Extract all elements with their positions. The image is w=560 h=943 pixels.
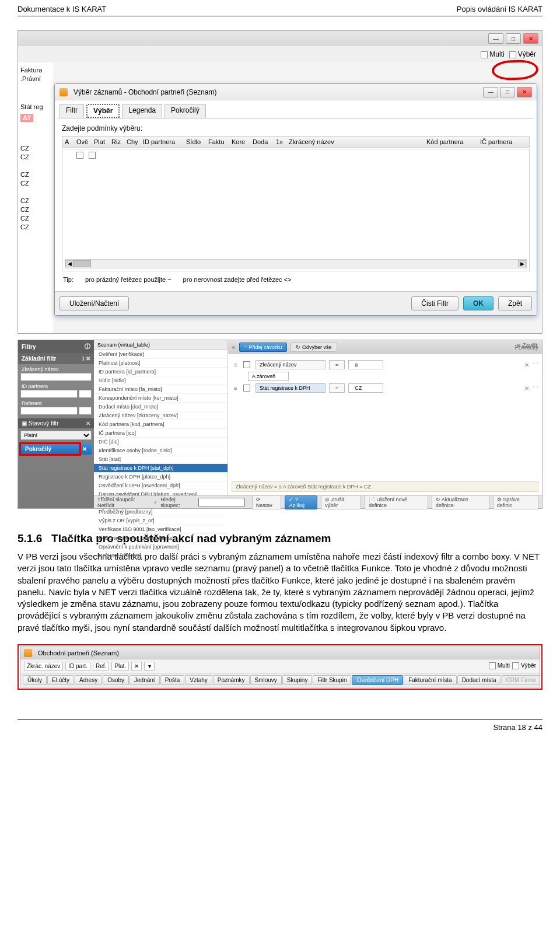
load-save-button[interactable]: Uložení/Načtení <box>60 296 129 310</box>
s3-tab[interactable]: CRM Firma <box>502 675 540 685</box>
state-select[interactable]: Platní <box>20 431 92 440</box>
column-list-item[interactable]: Identifikace osoby [rodne_cislo] <box>94 446 228 455</box>
clear-filter-button[interactable]: Čisti Filtr <box>411 296 459 310</box>
op-select[interactable]: = <box>329 383 345 393</box>
dlg-min-icon[interactable]: — <box>483 87 498 97</box>
multi-checkbox[interactable]: Multi <box>481 50 504 58</box>
column-list-item[interactable]: Referent [referent] <box>94 551 228 560</box>
state-filter-header[interactable]: ▣ Stavový filtr✕ <box>18 418 94 428</box>
column-list-item[interactable]: Výpis z OR [vypis_z_or] <box>94 516 228 525</box>
scroll-left-icon[interactable]: ◀ <box>65 260 74 267</box>
column-list-item[interactable]: Verifikace ISO 9001 [iso_verifikace] <box>94 525 228 534</box>
col[interactable]: Doda <box>253 138 275 145</box>
foot-btn[interactable]: ⟳ Nastav <box>252 495 282 509</box>
horizontal-scrollbar[interactable]: ◀ ▶ <box>65 259 527 268</box>
s3-tab[interactable]: Pošta <box>160 675 185 685</box>
s3-tab[interactable]: Skupiny <box>282 675 313 685</box>
ok-button[interactable]: OK <box>463 296 494 310</box>
s3-tab[interactable]: Poznámky <box>213 675 250 685</box>
row-check[interactable] <box>243 385 250 392</box>
col[interactable]: IČ partnera <box>480 138 527 145</box>
s3-tab[interactable]: Smlouvy <box>250 675 282 685</box>
column-list-item[interactable]: Oprávnění k podnikání [opravneni] <box>94 543 228 551</box>
s3-tab[interactable]: Vztahy <box>185 675 212 685</box>
column-list-item[interactable]: Platnost [platnost] <box>94 359 228 368</box>
s3-tab[interactable]: El.účty <box>47 675 74 685</box>
column-list-item[interactable]: Předběžný [predbezny] <box>94 508 228 516</box>
search-col-input[interactable] <box>198 498 245 507</box>
row-check[interactable] <box>243 361 250 368</box>
bg-min-icon[interactable]: — <box>488 33 503 44</box>
scroll-thumb[interactable] <box>74 260 91 267</box>
s3-vyber-check[interactable]: Výběr <box>512 662 536 669</box>
s3-tab[interactable]: Fakturační místa <box>404 675 456 685</box>
col[interactable]: Chy <box>127 138 142 145</box>
bg-max-icon[interactable]: □ <box>506 33 521 44</box>
s3-f1[interactable]: Zkrác. název <box>24 662 63 670</box>
foot-btn[interactable]: ⊘ Zrušit výběr <box>321 495 361 509</box>
drag-icon[interactable]: ≡ <box>232 385 240 392</box>
column-list-item[interactable]: Stát [stat] <box>94 455 228 464</box>
column-list-item[interactable]: Dodací místo [dod_misto] <box>94 403 228 411</box>
grid-body[interactable]: ◀ ▶ <box>62 149 530 271</box>
column-list-item[interactable]: DIČ [dic] <box>94 438 228 446</box>
add-bracket-button[interactable]: + Přidej závorku <box>239 343 288 352</box>
col[interactable]: Sídlo <box>186 138 207 145</box>
tab-legenda[interactable]: Legenda <box>122 104 162 118</box>
column-list-items[interactable]: Ověření [verifikace]Platnost [platnost]I… <box>94 350 228 560</box>
zkraceny-input[interactable] <box>20 373 92 381</box>
column-list-item[interactable]: IČ partnera [ico] <box>94 429 228 438</box>
dlg-max-icon[interactable]: □ <box>500 87 515 97</box>
col[interactable]: ID partnera <box>143 138 185 145</box>
check1[interactable] <box>76 152 83 159</box>
op-select[interactable]: = <box>329 360 345 369</box>
s3-tab[interactable]: Osvědčení DPH <box>352 675 403 685</box>
s3-f4[interactable]: Plat. <box>111 662 129 670</box>
value-input[interactable]: a <box>348 360 383 369</box>
basic-filter-header[interactable]: Základní filtr⁞ ✕ <box>18 353 94 364</box>
column-list-item[interactable]: Fakturační místo [fa_misto] <box>94 385 228 394</box>
row-delete-icon[interactable]: ✕ <box>524 385 529 392</box>
column-list-item[interactable]: ID partnera [id_partnera] <box>94 368 228 376</box>
column-list-item[interactable]: Sídlo [sidlo] <box>94 376 228 385</box>
col[interactable]: A <box>65 138 75 145</box>
tab-filtr[interactable]: Filtr <box>60 104 84 118</box>
deselect-all-button[interactable]: ↻ Odvyber vše <box>290 343 337 352</box>
col[interactable]: Ově <box>76 138 93 145</box>
vyber-checkbox[interactable]: Výběr <box>509 50 536 58</box>
col[interactable]: Plat <box>94 138 110 145</box>
column-list-item[interactable]: Zkrácený název [zkraceny_nazev] <box>94 411 228 420</box>
row-move-icon[interactable]: ˄ ˅ <box>533 362 538 368</box>
column-list-item[interactable]: Ověření [verifikace] <box>94 350 228 359</box>
id-aux[interactable] <box>79 390 92 398</box>
row-delete-icon[interactable]: ✕ <box>524 362 529 368</box>
column-list-item[interactable]: Registrace k DPH [platce_dph] <box>94 473 228 481</box>
ref-aux[interactable] <box>79 407 92 415</box>
foot-btn[interactable]: ⚙ Správa definic <box>493 495 538 509</box>
check2[interactable] <box>89 152 96 159</box>
id-input[interactable] <box>20 390 78 398</box>
s3-tab[interactable]: Adresy <box>75 675 102 685</box>
s3-tab[interactable]: Filtr Skupin <box>313 675 351 685</box>
field-select[interactable]: Zkrácený název <box>256 360 326 369</box>
foot-btn[interactable]: 📄 Uložení nové definice <box>365 495 428 509</box>
foot-btn[interactable]: ↻ Aktualizace definice <box>432 495 489 509</box>
s3-tab[interactable]: Jednání <box>130 675 160 685</box>
row-move-icon[interactable]: ˄ ˅ <box>533 386 538 391</box>
advanced-filter-button[interactable]: Pokročilý ✕ <box>20 443 92 455</box>
s3-dd-icon[interactable]: ▾ <box>144 662 155 670</box>
column-list-item[interactable]: Stát registrace k DPH [stat_dph] <box>94 464 228 473</box>
bg-close-icon[interactable]: ✕ <box>523 33 538 44</box>
col[interactable]: Kód partnera <box>426 138 479 145</box>
col[interactable]: 1» <box>276 138 288 145</box>
s3-tab[interactable]: Osoby <box>103 675 129 685</box>
dlg-close-icon[interactable]: ✕ <box>517 87 532 97</box>
col[interactable]: Kore <box>232 138 251 145</box>
column-list-item[interactable]: Kód partnera [kod_partnera] <box>94 420 228 429</box>
s3-f3[interactable]: Ref. <box>93 662 109 670</box>
value-input[interactable]: CZ <box>348 383 383 393</box>
tab-vyber[interactable]: Výběr <box>86 104 120 118</box>
info-icon[interactable]: ⓘ <box>85 343 90 351</box>
s3-multi-check[interactable]: Multi <box>489 662 510 669</box>
s3-f2[interactable]: ID part. <box>65 662 90 670</box>
